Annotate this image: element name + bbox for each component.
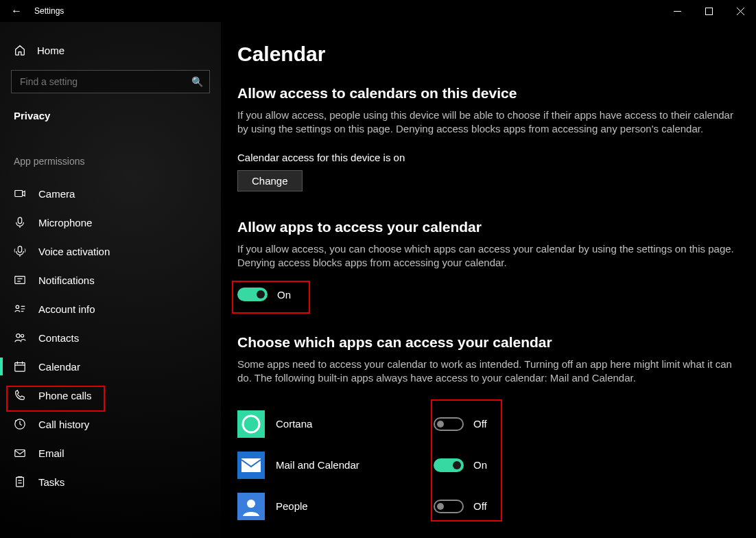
main-content: Calendar Allow access to calendars on th… xyxy=(221,22,756,538)
svg-point-15 xyxy=(243,416,259,432)
app-name: People xyxy=(276,500,434,512)
svg-point-9 xyxy=(16,334,20,338)
sidebar-group-label: App permissions xyxy=(0,135,221,179)
page-title: Calendar xyxy=(237,43,740,66)
section-heading: Choose which apps can access your calend… xyxy=(237,334,740,351)
svg-point-17 xyxy=(247,500,255,508)
notifications-icon xyxy=(14,274,26,286)
sidebar-item-label: Voice activation xyxy=(38,246,110,257)
app-row: PeopleOff xyxy=(237,486,740,527)
sidebar-item-tasks[interactable]: Tasks xyxy=(0,467,221,496)
svg-rect-13 xyxy=(15,450,25,457)
section-device-access: Allow access to calendars on this device… xyxy=(237,85,740,191)
account-info-icon xyxy=(14,303,26,315)
svg-rect-14 xyxy=(16,478,24,487)
app-name: Mail and Calendar xyxy=(276,459,434,471)
contacts-icon xyxy=(14,331,26,344)
search-input[interactable] xyxy=(11,70,210,93)
titlebar: ← Settings xyxy=(0,0,756,22)
sidebar-category: Privacy xyxy=(0,107,221,135)
close-button[interactable] xyxy=(724,0,756,22)
device-access-status: Calendar access for this device is on xyxy=(237,152,740,163)
app-icon xyxy=(237,493,265,520)
svg-rect-1 xyxy=(705,8,712,14)
section-desc: If you allow access, you can choose whic… xyxy=(237,242,740,270)
app-row: CortanaOff xyxy=(237,404,740,445)
toggle-label: On xyxy=(277,289,291,301)
sidebar-item-label: Notifications xyxy=(38,274,95,286)
sidebar-item-label: Account info xyxy=(38,303,95,315)
svg-point-8 xyxy=(16,305,19,309)
camera-icon xyxy=(14,187,26,200)
close-icon xyxy=(737,8,744,15)
calendar-icon xyxy=(14,360,26,373)
svg-rect-4 xyxy=(15,191,23,197)
sidebar-item-label: Call history xyxy=(38,419,89,430)
app-toggle[interactable] xyxy=(434,417,464,431)
section-desc: If you allow access, people using this d… xyxy=(237,108,740,137)
change-button[interactable]: Change xyxy=(237,170,303,191)
sidebar-item-email[interactable]: Email xyxy=(0,438,221,467)
svg-rect-5 xyxy=(18,218,21,224)
tasks-icon xyxy=(14,476,26,488)
section-choose-apps: Choose which apps can access your calend… xyxy=(237,334,740,527)
sidebar-item-label: Phone calls xyxy=(38,390,92,401)
svg-point-10 xyxy=(21,334,24,337)
svg-rect-6 xyxy=(18,246,21,253)
apps-access-toggle[interactable] xyxy=(237,288,268,301)
sidebar-item-label: Microphone xyxy=(38,217,92,229)
minimize-button[interactable] xyxy=(661,0,693,22)
toggle-label: Off xyxy=(473,418,487,430)
maximize-button[interactable] xyxy=(693,0,724,22)
back-button[interactable]: ← xyxy=(11,5,22,17)
app-icon xyxy=(237,410,265,438)
sidebar-item-microphone[interactable]: Microphone xyxy=(0,208,221,237)
home-icon xyxy=(14,44,26,56)
microphone-icon xyxy=(14,216,26,229)
section-heading: Allow access to calendars on this device xyxy=(237,85,740,102)
app-name: Cortana xyxy=(276,418,434,430)
section-apps-access: Allow apps to access your calendar If yo… xyxy=(237,219,740,307)
sidebar-home-label: Home xyxy=(37,45,64,56)
sidebar-item-contacts[interactable]: Contacts xyxy=(0,323,221,352)
sidebar-item-call-history[interactable]: Call history xyxy=(0,410,221,438)
svg-rect-16 xyxy=(241,458,261,472)
app-toggle[interactable] xyxy=(434,458,464,472)
toggle-label: On xyxy=(473,459,487,471)
maximize-icon xyxy=(705,8,713,15)
call-history-icon xyxy=(14,418,26,430)
app-row: Mail and CalendarOn xyxy=(237,445,740,486)
phone-calls-icon xyxy=(14,389,26,401)
sidebar-home[interactable]: Home xyxy=(0,38,221,62)
minimize-icon xyxy=(674,8,681,15)
email-icon xyxy=(14,447,26,459)
sidebar-item-label: Tasks xyxy=(38,476,64,488)
sidebar: Home 🔍 Privacy App permissions CameraMic… xyxy=(0,22,221,538)
section-heading: Allow apps to access your calendar xyxy=(237,219,740,235)
sidebar-item-label: Calendar xyxy=(38,361,80,373)
sidebar-item-voice-activation[interactable]: Voice activation xyxy=(0,237,221,266)
svg-rect-7 xyxy=(15,277,25,284)
sidebar-item-notifications[interactable]: Notifications xyxy=(0,266,221,294)
toggle-label: Off xyxy=(473,500,487,512)
sidebar-item-camera[interactable]: Camera xyxy=(0,179,221,208)
sidebar-item-phone-calls[interactable]: Phone calls xyxy=(0,381,221,410)
section-desc: Some apps need to access your calendar t… xyxy=(237,358,740,386)
app-icon xyxy=(237,452,265,479)
sidebar-item-calendar[interactable]: Calendar xyxy=(0,352,221,381)
window-title: Settings xyxy=(34,6,64,16)
app-toggle[interactable] xyxy=(434,500,464,513)
voice-activation-icon xyxy=(14,245,26,257)
sidebar-item-label: Email xyxy=(38,447,64,459)
sidebar-item-label: Camera xyxy=(38,188,75,200)
svg-rect-11 xyxy=(15,363,25,372)
sidebar-item-account-info[interactable]: Account info xyxy=(0,294,221,323)
sidebar-item-label: Contacts xyxy=(38,332,79,344)
